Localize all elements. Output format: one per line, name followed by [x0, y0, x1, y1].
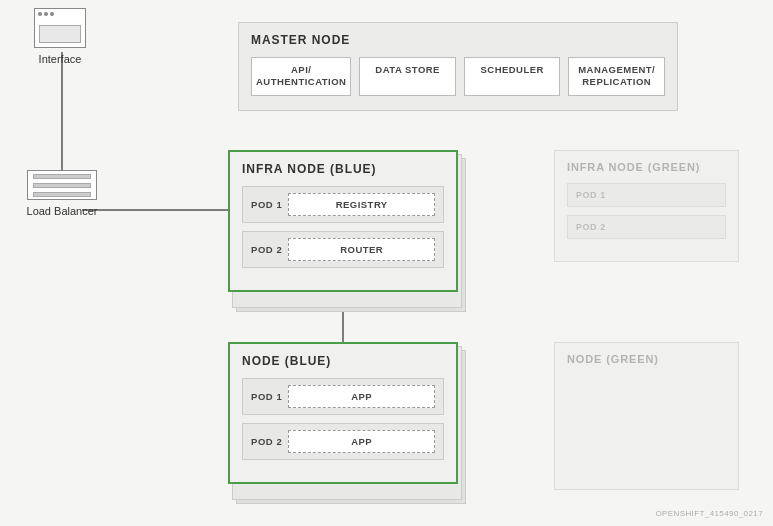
infra-green-pod-2-label: POD 2: [576, 222, 606, 232]
node-blue-pod-2-component: APP: [288, 430, 435, 453]
master-component-api: API/AUTHENTICATION: [251, 57, 351, 96]
master-node-title: MASTER NODE: [251, 33, 665, 47]
rack-line-2: [33, 183, 91, 188]
master-component-datastore: DATA STORE: [359, 57, 456, 96]
node-blue-pod-1-row: POD 1 APP: [242, 378, 444, 415]
node-green: NODE (GREEN): [554, 342, 739, 490]
dot3: [50, 12, 54, 16]
master-node: MASTER NODE API/AUTHENTICATION DATA STOR…: [238, 22, 678, 111]
master-component-scheduler: SCHEDULER: [464, 57, 561, 96]
diagram-container: Interface Load Balancer MASTER NODE API/…: [0, 0, 773, 526]
infra-node-blue: INFRA NODE (BLUE) POD 1 REGISTRY POD 2 R…: [228, 150, 458, 292]
infra-blue-pod-2-label: POD 2: [251, 244, 282, 255]
interface-icon: [34, 8, 86, 48]
infra-node-green-title: INFRA NODE (GREEN): [567, 161, 726, 173]
node-blue-pod-2-label: POD 2: [251, 436, 282, 447]
load-balancer-component: Load Balancer: [12, 170, 112, 217]
infra-green-pod-1-row: POD 1: [567, 183, 726, 207]
infra-blue-pod-1-label: POD 1: [251, 199, 282, 210]
infra-green-pod-1-label: POD 1: [576, 190, 606, 200]
infra-node-green: INFRA NODE (GREEN) POD 1 POD 2: [554, 150, 739, 262]
infra-blue-pod-1-row: POD 1 REGISTRY: [242, 186, 444, 223]
infra-green-pod-2-row: POD 2: [567, 215, 726, 239]
watermark: OPENSHIFT_415490_0217: [655, 509, 763, 518]
master-node-components: API/AUTHENTICATION DATA STORE SCHEDULER …: [251, 57, 665, 96]
node-blue-pod-1-label: POD 1: [251, 391, 282, 402]
infra-node-blue-title: INFRA NODE (BLUE): [242, 162, 444, 176]
infra-blue-pod-1-component: REGISTRY: [288, 193, 435, 216]
node-blue-pod-1-component: APP: [288, 385, 435, 408]
load-balancer-label: Load Balancer: [27, 205, 98, 217]
master-component-mgmt: MANAGEMENT/REPLICATION: [568, 57, 665, 96]
rack-line-1: [33, 174, 91, 179]
interface-icon-decoration: [35, 9, 57, 16]
interface-component: Interface: [20, 8, 100, 65]
infra-blue-pod-2-component: ROUTER: [288, 238, 435, 261]
node-blue-title: NODE (BLUE): [242, 354, 444, 368]
interface-label: Interface: [39, 53, 82, 65]
node-green-title: NODE (GREEN): [567, 353, 726, 365]
node-blue-pod-2-row: POD 2 APP: [242, 423, 444, 460]
rack-line-3: [33, 192, 91, 197]
infra-blue-pod-2-row: POD 2 ROUTER: [242, 231, 444, 268]
load-balancer-icon: [27, 170, 97, 200]
node-blue: NODE (BLUE) POD 1 APP POD 2 APP: [228, 342, 458, 484]
dot1: [38, 12, 42, 16]
dot2: [44, 12, 48, 16]
interface-screen: [39, 25, 81, 43]
